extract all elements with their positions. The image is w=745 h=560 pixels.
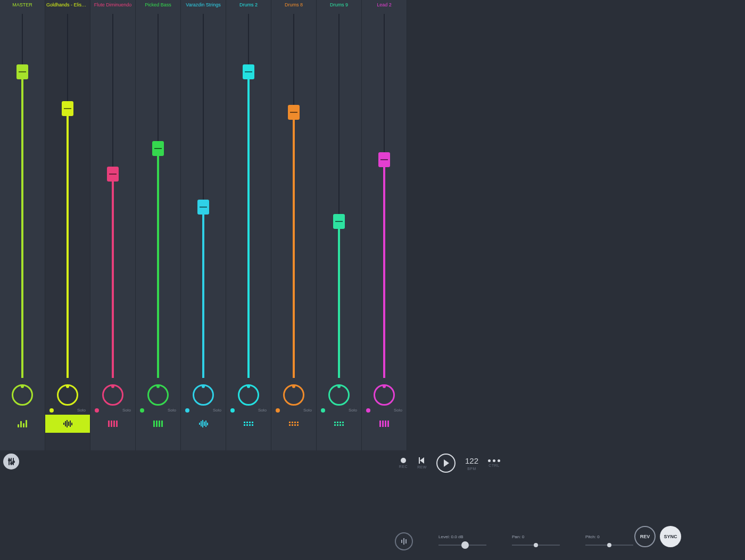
solo-button[interactable]: Solo (303, 408, 312, 413)
fader[interactable] (45, 10, 90, 382)
solo-button[interactable]: Solo (168, 408, 176, 413)
mixer-settings-button[interactable] (3, 454, 19, 470)
mute-button[interactable] (185, 408, 189, 413)
ctrl-label: CTRL (489, 464, 499, 467)
channel-icon-button[interactable] (226, 415, 271, 433)
channel-icon-button[interactable] (181, 415, 226, 433)
mute-solo-row: Solo (362, 406, 407, 415)
mute-button[interactable] (49, 408, 54, 413)
play-button[interactable] (436, 454, 456, 473)
pan-knob[interactable] (283, 384, 304, 406)
mute-solo-row: Solo (136, 406, 180, 415)
more-icon (488, 459, 500, 462)
channel-icon-button[interactable] (362, 415, 407, 433)
waveform-button[interactable] (395, 532, 413, 550)
pitch-slider[interactable] (585, 541, 633, 549)
fader[interactable] (136, 10, 180, 382)
mute-button[interactable] (366, 408, 370, 413)
channel-name[interactable]: Goldhands - Elisa (...ocal) (45, 0, 90, 10)
channel-icon-button[interactable] (0, 414, 45, 432)
mute-button[interactable] (95, 408, 99, 413)
fader[interactable] (271, 10, 316, 382)
channel-strip-7: Drums 9 Solo (317, 0, 362, 450)
channel-name[interactable]: MASTER (0, 0, 45, 10)
pan-knob[interactable] (147, 384, 169, 406)
track-params: Level: 0.0 dB Pan: 0 Pitch: 0 (395, 532, 633, 550)
channel-name[interactable]: Drums 2 (226, 0, 271, 10)
channel-strip-2: Flute Diminuendo Solo (90, 0, 136, 450)
mute-solo-row: Solo (226, 406, 271, 415)
rewind-icon (420, 457, 424, 464)
record-button[interactable]: REC (399, 458, 408, 468)
sync-button[interactable]: SYNC (660, 526, 681, 547)
channel-name[interactable]: Lead 2 (362, 0, 407, 10)
bottom-panel: REC REW 122 BPM CTRL (0, 450, 745, 560)
level-control: Level: 0.0 dB (438, 534, 486, 549)
pan-knob[interactable] (238, 384, 259, 406)
record-label: REC (399, 465, 408, 468)
transport-bar: REC REW 122 BPM CTRL (399, 454, 500, 473)
mute-solo-row: Solo (45, 406, 90, 415)
level-label: Level: 0.0 dB (438, 534, 463, 539)
pan-knob[interactable] (102, 384, 123, 406)
bpm-value: 122 (465, 456, 478, 465)
solo-button[interactable]: Solo (258, 408, 267, 413)
level-slider[interactable] (438, 541, 486, 549)
sliders-icon (9, 458, 10, 465)
channel-name[interactable]: Flute Diminuendo (90, 0, 135, 10)
fader[interactable] (181, 10, 226, 382)
mute-button[interactable] (230, 408, 235, 413)
mute-solo-row: Solo (90, 406, 135, 415)
pan-knob[interactable] (12, 384, 33, 406)
channel-icon-button[interactable] (317, 415, 361, 433)
channel-icon-button[interactable] (136, 415, 180, 433)
channel-name[interactable]: Picked Bass (136, 0, 180, 10)
mixer-panel: MASTER Goldhands - Elisa (...ocal) (0, 0, 745, 450)
wave-icon (405, 539, 407, 543)
app-root: MASTER Goldhands - Elisa (...ocal) (0, 0, 745, 560)
pan-control: Pan: 0 (512, 534, 560, 549)
channel-strip-6: Drums 8 Solo (271, 0, 317, 450)
fader[interactable] (90, 10, 135, 382)
wave-icon (401, 540, 402, 543)
record-icon (401, 458, 406, 463)
channel-icon-button[interactable] (271, 415, 316, 433)
solo-button[interactable]: Solo (122, 408, 131, 413)
channel-strip-4: Varazdin Strings Solo (181, 0, 226, 450)
mixer-empty-area (407, 0, 745, 450)
channel-icon-button[interactable] (90, 415, 135, 433)
pan-knob[interactable] (328, 384, 350, 406)
sliders-icon (11, 458, 12, 465)
wave-icon (403, 538, 404, 545)
pan-knob[interactable] (374, 384, 395, 406)
pan-knob[interactable] (193, 384, 214, 406)
channel-name[interactable]: Drums 9 (317, 0, 361, 10)
pitch-control: Pitch: 0 (585, 534, 633, 549)
fader[interactable] (226, 10, 271, 382)
fader[interactable] (362, 10, 407, 382)
solo-button[interactable]: Solo (77, 408, 86, 413)
channel-strip-1: Goldhands - Elisa (...ocal) Solo (45, 0, 90, 450)
bpm-display[interactable]: 122 BPM (465, 456, 478, 471)
channel-icon-button[interactable] (45, 415, 90, 433)
bpm-label: BPM (467, 467, 476, 471)
ctrl-menu-button[interactable]: CTRL (488, 459, 500, 467)
channel-strip-5: Drums 2 Solo (226, 0, 271, 450)
solo-button[interactable]: Solo (349, 408, 357, 413)
reverse-button[interactable]: REV (634, 526, 656, 547)
pan-knob[interactable] (57, 384, 78, 406)
mute-button[interactable] (321, 408, 325, 413)
solo-button[interactable]: Solo (394, 408, 402, 413)
channel-name[interactable]: Varazdin Strings (181, 0, 226, 10)
mute-button[interactable] (276, 408, 280, 413)
rewind-label: REW (417, 465, 427, 469)
solo-button[interactable]: Solo (213, 408, 221, 413)
channel-name[interactable]: Drums 8 (271, 0, 316, 10)
rewind-button[interactable]: REW (417, 457, 427, 469)
pitch-label: Pitch: 0 (585, 534, 600, 539)
fader[interactable] (317, 10, 361, 382)
play-icon (436, 454, 456, 473)
pan-slider[interactable] (512, 541, 560, 549)
mute-button[interactable] (140, 408, 144, 413)
fader[interactable] (0, 10, 45, 382)
